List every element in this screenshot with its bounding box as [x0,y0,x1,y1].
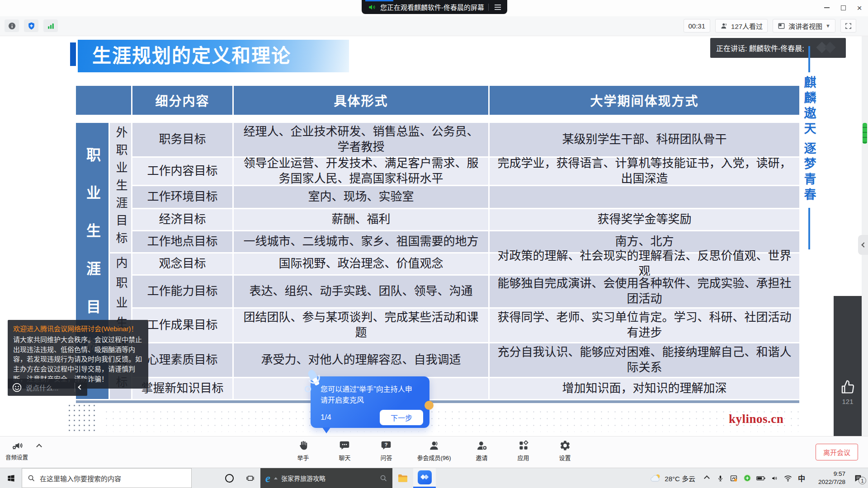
speaking-indicator: 正在讲话: 麒麟软件-佟春晨; [710,38,846,58]
meeting-toolbar: 00:31 127人看过 演讲者视图 ▼ [0,16,868,36]
table-cell: 职务目标 [132,123,232,156]
leave-meeting-button[interactable]: 离开会议 [816,444,858,460]
tray-ime-language[interactable]: 中 [795,468,808,488]
window-titlebar: 您正在观看麒麟软件-佟春晨的屏幕 × [0,0,868,16]
raise-hand-icon [297,440,309,451]
table-cell: 某级别学生干部、科研团队骨干 [490,123,799,156]
ie-icon: e [265,473,270,484]
emoji-icon[interactable] [12,382,22,393]
tooltip-pointer [322,427,330,433]
taskbar-clock[interactable]: 9:57 2022/7/28 [808,468,848,488]
weather-cloud-sun-icon [650,474,661,483]
viewers-count-button[interactable]: 127人看过 [715,19,768,33]
table-header: 具体形式 [234,86,488,115]
tray-expand-button[interactable] [700,468,713,488]
table-cell: 领导企业运营、开发技术、满足客户需求、服务国家人民、提高国家科研水平 [234,158,488,185]
tooltip-orange-dot [425,401,434,410]
svg-text:?: ? [385,442,388,447]
participants-label: 参会成员(96) [417,453,451,462]
chat-label: 聊天 [339,453,350,462]
close-button[interactable]: × [854,3,865,13]
windows-logo-icon [7,474,15,483]
network-quality-button[interactable] [43,19,58,32]
tray-mic-button[interactable] [713,468,727,488]
apps-button[interactable]: 应用 [513,440,534,462]
tray-battery-button[interactable] [754,468,768,488]
task-view-icon [246,474,255,483]
tray-network-button[interactable] [781,468,795,488]
table-cell [490,186,799,208]
weather-text: 28°C 多云 [665,474,695,483]
settings-label: 设置 [559,453,571,462]
table-cell: 室内、现场、实验室 [234,186,488,208]
wifi-icon [784,475,792,482]
chat-input-bar[interactable]: 说点什么... [8,379,87,396]
invite-button[interactable]: 邀请 [471,440,493,462]
green-indicator [863,123,867,144]
meeting-info-button[interactable] [5,19,19,32]
slide-title-accent [70,42,76,66]
search-placeholder[interactable]: 在这里输入你要搜索的内容 [40,474,121,483]
table-header-corner [76,86,131,115]
search-icon [28,474,35,482]
table-cell: 承受力、对他人的理解容忍、自我调适 [234,343,488,377]
ie-search-icon [380,474,387,482]
qa-button[interactable]: ? 问答 [375,440,397,462]
notice-title: 欢迎进入腾讯会议网络研讨会(Webinar)！ [13,324,143,334]
like-widget[interactable]: 121 [840,380,855,405]
start-button[interactable] [0,468,22,488]
chat-collapse-icon[interactable] [78,385,83,389]
cortana-icon [225,474,234,483]
notification-badge: 1 [859,477,866,484]
task-view-button[interactable] [240,468,260,488]
file-explorer-button[interactable] [392,468,413,488]
taskbar-weather[interactable]: 28°C 多云 [646,468,700,488]
raise-hand-tooltip: 您可以通过“举手”向主持人申请开启麦克风 1/4 下一步 [311,376,429,428]
mic-icon [717,474,724,482]
table-cell: 对政策的理解、社会现实的理解看法、反思价值观、世界观 [490,253,799,274]
slogan-line-bottom [808,208,810,249]
taskbar-gap [192,468,219,488]
cortana-button[interactable] [219,468,240,488]
panel-collapse-tab[interactable] [858,235,868,255]
table-group-outer: 外职业生涯目标 [110,123,131,252]
ime-toolbox-icon [730,474,738,482]
volume-icon [771,475,778,482]
chat-placeholder[interactable]: 说点什么... [26,383,71,392]
speaker-on-icon [368,3,376,11]
table-cell: 团结团队、参与某项谈判、完成某些活动和课题 [234,309,488,342]
fullscreen-button[interactable] [840,19,856,33]
table-cell: 表达、组织、动手实践、团队、领导、沟通 [234,276,488,307]
minimize-button[interactable] [821,3,833,13]
meeting-window: 您正在观看麒麟软件-佟春晨的屏幕 × [0,0,868,488]
folder-icon [397,474,408,483]
tencent-meeting-taskbar-button[interactable] [413,468,436,488]
active-tab-indicator [365,0,393,1]
participants-button[interactable]: 参会成员(96) [417,440,451,462]
fullscreen-icon [844,22,852,30]
qa-icon: ? [380,440,392,451]
table-bottom-shadow [76,400,799,403]
layout-icon [778,22,785,30]
invite-label: 邀请 [476,453,488,462]
slide-dots-strip [103,408,802,432]
slogan-line-top [808,46,810,72]
taskbar-search-box[interactable]: 在这里输入你要搜索的内容 [22,468,192,488]
settings-button[interactable]: 设置 [554,440,576,462]
tooltip-next-button[interactable]: 下一步 [380,410,423,425]
security-button[interactable] [24,19,38,32]
windows-taskbar: 在这里输入你要搜索的内容 e 张家界旅游攻略 [0,468,868,488]
table-cell: 获得同学、老师、实习单位肯定。学习、科研、社团活动有进步 [490,309,799,342]
view-mode-selector[interactable]: 演讲者视图 ▼ [773,19,835,33]
chevron-left-icon [861,242,866,247]
tray-ime-tool-button[interactable] [727,468,741,488]
taskbar-ie-window[interactable]: e 张家界旅游攻略 [260,468,392,488]
webinar-notice: 欢迎进入腾讯会议网络研讨会(Webinar)！ 请大家共同维护大会秩序。会议过程… [8,320,148,389]
banner-menu-icon[interactable] [493,3,503,12]
maximize-button[interactable] [837,3,849,13]
tray-antivirus-button[interactable] [741,468,754,488]
tray-volume-button[interactable] [768,468,781,488]
raise-hand-button[interactable]: 举手 [292,440,314,462]
action-center-button[interactable]: 1 [848,468,868,488]
chat-button[interactable]: 聊天 [334,440,355,462]
